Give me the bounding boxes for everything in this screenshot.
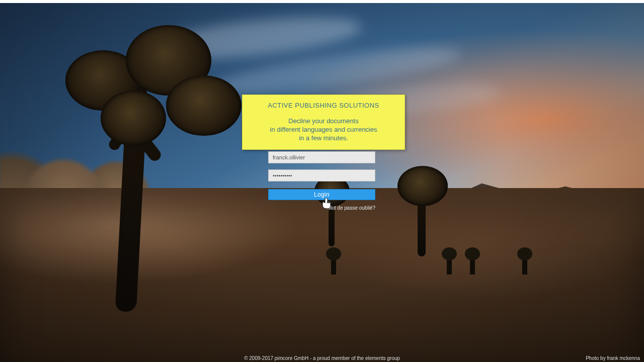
login-button[interactable]: Login [268, 189, 375, 200]
footer-copyright: © 2009-2017 pimcore GmbH - a proud membe… [0, 355, 644, 361]
footer-photo-credit: Photo by frank mckenna [586, 355, 640, 361]
login-form: Login Mot de passe oublié? [268, 151, 375, 211]
promo-banner: ACTIVE PUBLISHING SOLUTIONS Decline your… [242, 95, 405, 150]
promo-line-3: in a few minutes. [248, 134, 399, 142]
promo-title: ACTIVE PUBLISHING SOLUTIONS [248, 101, 399, 110]
promo-line-1: Decline your documents [248, 117, 399, 125]
username-input[interactable] [268, 151, 375, 163]
promo-line-2: in different languages and currencies [248, 125, 399, 134]
password-input[interactable] [268, 169, 375, 182]
forgot-password-link[interactable]: Mot de passe oublié? [268, 205, 375, 211]
